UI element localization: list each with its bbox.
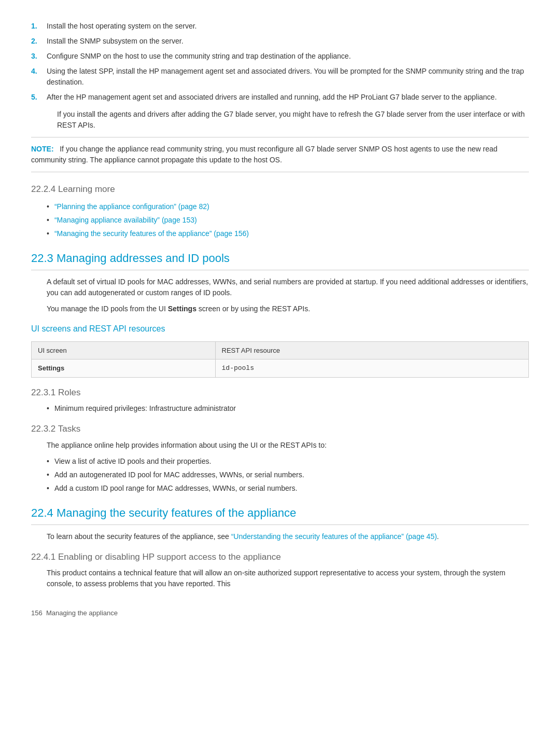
tasks-bullet-2-text: Add an autogenerated ID pool for MAC add…: [54, 469, 304, 480]
note-label: NOTE:: [31, 145, 54, 153]
ui-screens-heading: UI screens and REST API resources: [31, 323, 529, 335]
ui-rest-table: UI screen REST API resource Settings id-…: [31, 341, 529, 378]
cell-api-id-pools: id-pools: [215, 360, 528, 378]
table-row: Settings id-pools: [32, 360, 529, 378]
step-5-text: After the HP management agent set and as…: [47, 92, 529, 103]
cell-ui-settings: Settings: [32, 360, 216, 378]
link-2[interactable]: “Managing appliance availability” (page …: [54, 215, 197, 226]
para2-suffix: screen or by using the REST APIs.: [197, 305, 310, 313]
section-22-2-4-links: “Planning the appliance configuration” (…: [31, 201, 529, 239]
tasks-bullet-2: Add an autogenerated ID pool for MAC add…: [47, 469, 529, 480]
link-item-3[interactable]: “Managing the security features of the a…: [47, 228, 529, 239]
section-22-4-1-para: This product contains a technical featur…: [31, 568, 529, 589]
tasks-bullet-3-text: Add a custom ID pool range for MAC addre…: [54, 483, 297, 494]
note-box: NOTE: If you change the appliance read c…: [31, 137, 529, 172]
section-22-4-para: To learn about the security features of …: [31, 531, 529, 542]
para-22-4-link[interactable]: “Understanding the security features of …: [231, 532, 437, 541]
tasks-bullet-1: View a list of active ID pools and their…: [47, 456, 529, 467]
note-body: If you change the appliance read communi…: [31, 145, 497, 164]
step-4-num: 4.: [31, 66, 47, 88]
section-22-3-2-bullets: View a list of active ID pools and their…: [31, 456, 529, 494]
step-1-num: 1.: [31, 21, 47, 32]
link-item-2[interactable]: “Managing appliance availability” (page …: [47, 215, 529, 226]
footer-text: Managing the appliance: [46, 609, 118, 617]
indented-paragraph: If you install the agents and drivers af…: [31, 109, 529, 131]
note-text: NOTE: If you change the appliance read c…: [31, 144, 529, 165]
page-footer: 156 Managing the appliance: [31, 605, 529, 618]
step-3-num: 3.: [31, 51, 47, 62]
section-22-3-1-heading: 22.3.1 Roles: [31, 386, 529, 399]
para-22-4-prefix: To learn about the security features of …: [47, 532, 231, 541]
section-22-4-heading: 22.4 Managing the security features of t…: [31, 504, 529, 525]
step-5: 5. After the HP management agent set and…: [31, 92, 529, 103]
section-22-2-4: 22.2.4 Learning more “Planning the appli…: [31, 183, 529, 239]
api-table-section: UI screen REST API resource Settings id-…: [31, 341, 529, 378]
link-item-1[interactable]: “Planning the appliance configuration” (…: [47, 201, 529, 212]
step-3: 3. Configure SNMP on the host to use the…: [31, 51, 529, 62]
step-1-text: Install the host operating system on the…: [47, 21, 529, 32]
col-rest-api: REST API resource: [215, 341, 528, 360]
section-22-3-heading: 22.3 Managing addresses and ID pools: [31, 250, 529, 270]
col-ui-screen: UI screen: [32, 341, 216, 360]
step-4: 4. Using the latest SPP, install the HP …: [31, 66, 529, 88]
section-22-3-1-bullets: Minimum required privileges: Infrastruct…: [31, 403, 529, 414]
tasks-bullet-1-text: View a list of active ID pools and their…: [54, 456, 211, 467]
section-22-2-4-heading: 22.2.4 Learning more: [31, 183, 529, 196]
step-3-text: Configure SNMP on the host to use the co…: [47, 51, 529, 62]
section-22-3-2-intro: The appliance online help provides infor…: [31, 440, 529, 451]
section-22-3-para2: You manage the ID pools from the UI Sett…: [31, 303, 529, 314]
section-22-3-para1: A default set of virtual ID pools for MA…: [31, 277, 529, 298]
step-2-text: Install the SNMP subsystem on the server…: [47, 36, 529, 47]
para-22-4-suffix: .: [437, 532, 439, 541]
section-22-3-2-heading: 22.3.2 Tasks: [31, 422, 529, 436]
link-3[interactable]: “Managing the security features of the a…: [54, 228, 249, 239]
numbered-steps-list: 1. Install the host operating system on …: [31, 21, 529, 103]
step-5-num: 5.: [31, 92, 47, 103]
para2-prefix: You manage the ID pools from the UI: [47, 305, 168, 313]
table-header-row: UI screen REST API resource: [32, 341, 529, 360]
step-2: 2. Install the SNMP subsystem on the ser…: [31, 36, 529, 47]
link-1[interactable]: “Planning the appliance configuration” (…: [54, 201, 209, 212]
roles-bullet-1-text: Minimum required privileges: Infrastruct…: [54, 403, 236, 414]
roles-bullet-1: Minimum required privileges: Infrastruct…: [47, 403, 529, 414]
tasks-bullet-3: Add a custom ID pool range for MAC addre…: [47, 483, 529, 494]
step-4-text: Using the latest SPP, install the HP man…: [47, 66, 529, 88]
section-22-4-1-heading: 22.4.1 Enabling or disabling HP support …: [31, 550, 529, 564]
para2-bold: Settings: [168, 305, 197, 313]
page-number: 156: [31, 609, 43, 617]
step-1: 1. Install the host operating system on …: [31, 21, 529, 32]
step-2-num: 2.: [31, 36, 47, 47]
